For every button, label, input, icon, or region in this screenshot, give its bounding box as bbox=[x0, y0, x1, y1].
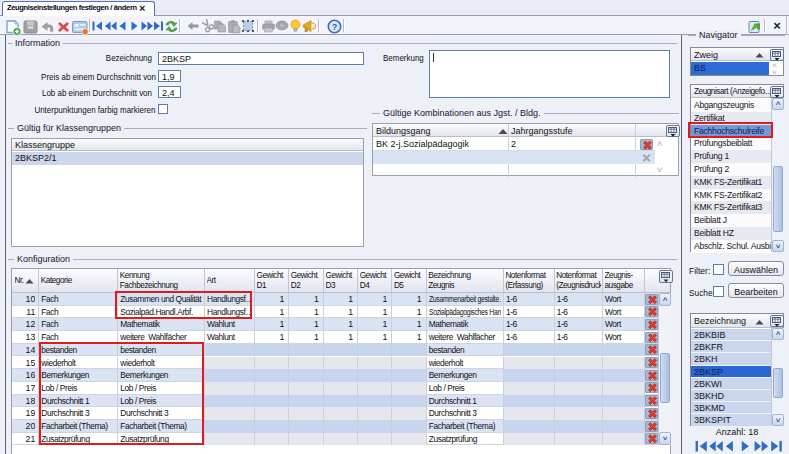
svg-text:?: ? bbox=[331, 22, 336, 32]
